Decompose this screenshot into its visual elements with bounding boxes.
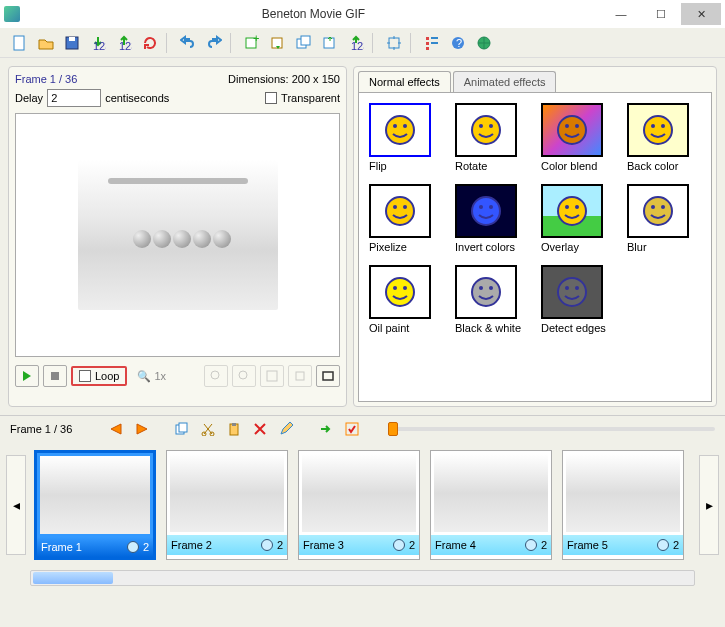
svg-point-51: [386, 278, 414, 306]
thumbnail-strip: ◂ Frame 12Frame 22Frame 32Frame 42Frame …: [0, 442, 725, 568]
stop-button[interactable]: [43, 365, 67, 387]
frame-image: [40, 456, 150, 534]
effect-overlay[interactable]: Overlay: [541, 184, 615, 253]
effect-thumb[interactable]: [455, 265, 517, 319]
minimize-button[interactable]: —: [601, 3, 641, 25]
open-icon[interactable]: [34, 31, 58, 55]
import-icon[interactable]: 123: [86, 31, 110, 55]
undo-icon[interactable]: [176, 31, 200, 55]
zoom-out-btn[interactable]: [232, 365, 256, 387]
preview-image: [78, 160, 278, 310]
effect-invert-colors[interactable]: Invert colors: [455, 184, 529, 253]
loop-checkbox[interactable]: [79, 370, 91, 382]
frame-thumb[interactable]: Frame 32: [298, 450, 420, 560]
frame-image: [170, 454, 284, 532]
effect-thumb[interactable]: [455, 184, 517, 238]
effect-blur[interactable]: Blur: [627, 184, 701, 253]
svg-point-35: [575, 124, 579, 128]
effect-oil-paint[interactable]: Oil paint: [369, 265, 443, 334]
frame-thumb[interactable]: Frame 12: [34, 450, 156, 560]
new-icon[interactable]: [8, 31, 32, 55]
effect-thumb[interactable]: [369, 103, 431, 157]
effect-thumb[interactable]: [541, 265, 603, 319]
svg-rect-10: [324, 38, 334, 48]
svg-rect-15: [426, 42, 429, 45]
effect-thumb[interactable]: [541, 184, 603, 238]
frame-move-icon[interactable]: [318, 31, 342, 55]
effect-label: Oil paint: [369, 322, 443, 334]
play-button[interactable]: [15, 365, 39, 387]
move-right-icon[interactable]: [316, 420, 336, 438]
frame-thumb[interactable]: Frame 52: [562, 450, 684, 560]
effect-thumb[interactable]: [369, 265, 431, 319]
svg-rect-61: [179, 423, 187, 432]
maximize-button[interactable]: ☐: [641, 3, 681, 25]
svg-point-44: [489, 205, 493, 209]
reload-icon[interactable]: [138, 31, 162, 55]
help-icon[interactable]: ?: [446, 31, 470, 55]
effect-color-blend[interactable]: Color blend: [541, 103, 615, 172]
effect-back-color[interactable]: Back color: [627, 103, 701, 172]
paste-icon[interactable]: [224, 420, 244, 438]
effect-label: Detect edges: [541, 322, 615, 334]
slider-knob[interactable]: [388, 422, 398, 436]
properties-icon[interactable]: [420, 31, 444, 55]
next-frame-icon[interactable]: [132, 420, 152, 438]
strip-next-button[interactable]: ▸: [699, 455, 719, 555]
frame-insert-icon[interactable]: [266, 31, 290, 55]
svg-point-48: [644, 197, 672, 225]
frame-image: [434, 454, 548, 532]
tab-animated-effects[interactable]: Animated effects: [453, 71, 557, 92]
effect-detect-edges[interactable]: Detect edges: [541, 265, 615, 334]
tab-normal-effects[interactable]: Normal effects: [358, 71, 451, 92]
select-all-icon[interactable]: [342, 420, 362, 438]
strip-prev-button[interactable]: ◂: [6, 455, 26, 555]
zoom-out-icon[interactable]: 🔍: [137, 370, 151, 383]
loop-option[interactable]: Loop: [71, 366, 127, 386]
frame-thumb[interactable]: Frame 42: [430, 450, 552, 560]
redo-icon[interactable]: [202, 31, 226, 55]
frame-add-icon[interactable]: +: [240, 31, 264, 55]
svg-rect-21: [51, 372, 59, 380]
effect-thumb[interactable]: [627, 184, 689, 238]
frame-thumb[interactable]: Frame 22: [166, 450, 288, 560]
frame-slider[interactable]: [388, 427, 715, 431]
effect-thumb[interactable]: [455, 103, 517, 157]
resize-icon[interactable]: [382, 31, 406, 55]
effects-panel: Normal effects Animated effects FlipRota…: [353, 66, 717, 407]
effect-label: Rotate: [455, 160, 529, 172]
web-icon[interactable]: [472, 31, 496, 55]
clock-icon: [525, 539, 537, 551]
frame-dup-icon[interactable]: [292, 31, 316, 55]
clock-icon: [657, 539, 669, 551]
actual-icon[interactable]: [288, 365, 312, 387]
export-icon[interactable]: 123: [112, 31, 136, 55]
svg-text:?: ?: [456, 37, 462, 49]
effect-flip[interactable]: Flip: [369, 103, 443, 172]
svg-point-53: [403, 286, 407, 290]
effect-thumb[interactable]: [541, 103, 603, 157]
strip-scrollbar[interactable]: [30, 570, 695, 586]
transparent-checkbox[interactable]: [265, 92, 277, 104]
prev-frame-icon[interactable]: [106, 420, 126, 438]
delay-input[interactable]: [47, 89, 101, 107]
effect-black-white[interactable]: Black & white: [455, 265, 529, 334]
effect-thumb[interactable]: [369, 184, 431, 238]
delete-icon[interactable]: [250, 420, 270, 438]
zoom-in-icon[interactable]: [204, 365, 228, 387]
cut-icon[interactable]: [198, 420, 218, 438]
close-button[interactable]: ✕: [681, 3, 721, 25]
scrollbar-thumb[interactable]: [33, 572, 113, 584]
fullscreen-icon[interactable]: [316, 365, 340, 387]
svg-text:123: 123: [93, 40, 106, 51]
edit-icon[interactable]: [276, 420, 296, 438]
fit-icon[interactable]: [260, 365, 284, 387]
effect-thumb[interactable]: [627, 103, 689, 157]
frame-label: Frame 5: [567, 539, 608, 551]
copy-icon[interactable]: [172, 420, 192, 438]
effect-rotate[interactable]: Rotate: [455, 103, 529, 172]
effect-pixelize[interactable]: Pixelize: [369, 184, 443, 253]
frame-renumber-icon[interactable]: 123: [344, 31, 368, 55]
svg-point-55: [479, 286, 483, 290]
save-icon[interactable]: [60, 31, 84, 55]
